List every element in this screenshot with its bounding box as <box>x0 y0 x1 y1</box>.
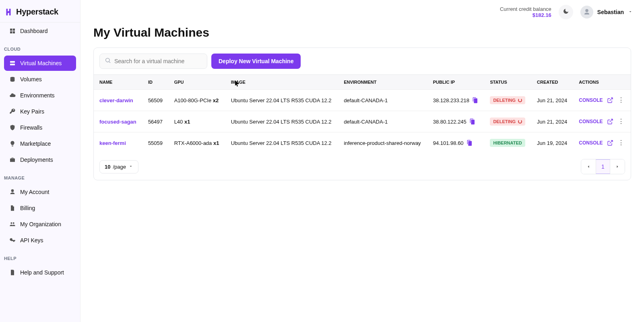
external-link-icon[interactable] <box>607 118 613 125</box>
column-header: ENVIRONMENT <box>338 75 427 90</box>
copy-ip-button[interactable] <box>472 97 478 103</box>
user-name: Sebastian <box>597 9 624 15</box>
brand-name: Hyperstack <box>16 7 58 17</box>
sidebar-nav: DashboardCLOUDVirtual MachinesVolumesEnv… <box>0 23 80 281</box>
sidebar-item-label: Dashboard <box>20 28 48 34</box>
sidebar-item-deployments[interactable]: Deployments <box>4 152 76 167</box>
svg-point-3 <box>106 58 109 62</box>
vm-public-ip: 94.101.98.60 <box>433 140 464 146</box>
sidebar-item-virtual-machines[interactable]: Virtual Machines <box>4 56 76 71</box>
briefcase-icon <box>9 156 16 163</box>
deploy-vm-button[interactable]: Deploy New Virtual Machine <box>211 54 301 69</box>
credit-balance: Current credit balance $182.16 <box>500 6 551 18</box>
bulb-icon <box>9 140 16 147</box>
table-row: clever-darwin 56509 A100-80G-PCIe x2 Ubu… <box>94 90 631 111</box>
vm-panel: Deploy New Virtual Machine NAMEIDGPUIMAG… <box>93 47 631 180</box>
page-next-button[interactable] <box>610 159 625 174</box>
sidebar-item-label: Volumes <box>20 76 42 83</box>
search-input[interactable] <box>111 54 202 68</box>
vm-name-link[interactable]: clever-darwin <box>99 97 133 103</box>
sidebar-item-my-organization[interactable]: My Organization <box>4 217 76 232</box>
vm-image: Ubuntu Server 22.04 LTS R535 CUDA 12.2 <box>225 111 338 132</box>
svg-rect-0 <box>10 61 15 63</box>
vm-created: Jun 21, 2024 <box>531 90 573 111</box>
content: My Virtual Machines Deploy New Virtual M… <box>80 24 644 193</box>
vm-name-link[interactable]: focused-sagan <box>99 119 136 125</box>
sidebar-item-label: Key Pairs <box>20 108 44 115</box>
sidebar-item-environments[interactable]: Environments <box>4 88 76 103</box>
main-area: Current credit balance $182.16 Sebastian… <box>80 0 644 322</box>
sidebar-item-label: Firewalls <box>20 124 42 131</box>
row-actions-menu[interactable]: ⋮ <box>617 118 625 125</box>
vm-id: 55059 <box>142 132 169 154</box>
column-header: STATUS <box>484 75 531 90</box>
page-prev-button[interactable] <box>581 159 596 174</box>
svg-rect-1 <box>10 64 15 65</box>
sidebar-item-my-account[interactable]: My Account <box>4 184 76 200</box>
copy-ip-button[interactable] <box>466 140 473 146</box>
row-actions-menu[interactable]: ⋮ <box>617 97 625 103</box>
credit-balance-label: Current credit balance <box>500 6 551 12</box>
avatar-icon <box>580 6 593 19</box>
sidebar-item-help-support[interactable]: Help and Support <box>4 265 76 280</box>
sidebar-item-dashboard[interactable]: Dashboard <box>4 23 76 39</box>
theme-toggle-button[interactable] <box>559 5 573 19</box>
vm-created: Jun 19, 2024 <box>531 132 573 154</box>
topbar: Current credit balance $182.16 Sebastian <box>80 0 644 24</box>
server-icon <box>9 60 16 67</box>
sidebar-item-key-pairs[interactable]: Key Pairs <box>4 104 76 119</box>
user-menu[interactable]: Sebastian <box>580 6 633 19</box>
sidebar-item-marketplace[interactable]: Marketplace <box>4 136 76 151</box>
file-icon <box>9 204 16 212</box>
page-size-select[interactable]: 10/page <box>99 160 138 173</box>
vm-environment: inference-product-shared-norway <box>338 132 427 154</box>
table-row: keen-fermi 55059 RTX-A6000-ada x1 Ubuntu… <box>94 132 631 154</box>
page-current[interactable]: 1 <box>596 159 610 174</box>
vm-gpu: RTX-A6000-ada x1 <box>169 132 225 154</box>
sidebar-item-api-keys[interactable]: API Keys <box>4 233 76 248</box>
cloud-icon <box>9 92 16 99</box>
column-header: PUBLIC IP <box>427 75 485 90</box>
brand-logo[interactable]: Hyperstack <box>0 0 80 23</box>
row-actions-menu[interactable]: ⋮ <box>617 140 625 146</box>
copy-ip-button[interactable] <box>469 118 475 125</box>
page-title: My Virtual Machines <box>93 26 631 39</box>
sidebar-item-label: My Account <box>20 189 49 195</box>
sidebar-section-label: MANAGE <box>0 168 80 184</box>
search-input-wrapper[interactable] <box>99 54 207 69</box>
vm-environment: default-CANADA-1 <box>338 111 427 132</box>
sidebar-item-label: Virtual Machines <box>20 60 62 66</box>
shield-icon <box>9 124 16 131</box>
console-button[interactable]: CONSOLE <box>579 97 603 103</box>
sidebar-item-volumes[interactable]: Volumes <box>4 72 76 87</box>
vm-created: Jun 21, 2024 <box>531 111 573 132</box>
pagination: 1 <box>581 159 625 174</box>
external-link-icon[interactable] <box>607 97 613 103</box>
console-button[interactable]: CONSOLE <box>579 119 603 124</box>
disk-icon <box>9 76 16 83</box>
sidebar-item-billing[interactable]: Billing <box>4 200 76 216</box>
column-header: IMAGE <box>225 75 338 90</box>
sidebar-item-label: Deployments <box>20 157 53 163</box>
vm-environment: default-CANADA-1 <box>338 90 427 111</box>
vm-name-link[interactable]: keen-fermi <box>99 140 126 146</box>
vm-image: Ubuntu Server 22.04 LTS R535 CUDA 12.2 <box>225 132 338 154</box>
page-size-value: 10 <box>105 164 110 170</box>
sidebar-section-label: HELP <box>0 249 80 264</box>
sidebar: Hyperstack DashboardCLOUDVirtual Machine… <box>0 0 80 322</box>
chevron-down-icon <box>628 9 633 15</box>
external-link-icon[interactable] <box>607 140 613 146</box>
table-row: focused-sagan 56497 L40 x1 Ubuntu Server… <box>94 111 631 132</box>
grid-icon <box>9 27 16 35</box>
vm-gpu: L40 x1 <box>169 111 225 132</box>
vm-table: NAMEIDGPUIMAGEENVIRONMENTPUBLIC IPSTATUS… <box>94 74 631 153</box>
sidebar-item-firewalls[interactable]: Firewalls <box>4 120 76 135</box>
chevron-down-icon <box>128 164 133 170</box>
column-header: NAME <box>94 75 142 90</box>
toolbar: Deploy New Virtual Machine <box>94 48 631 74</box>
sidebar-item-label: Environments <box>20 92 55 99</box>
status-badge: HIBERNATED <box>490 139 525 147</box>
console-button[interactable]: CONSOLE <box>579 140 603 146</box>
sidebar-item-label: API Keys <box>20 237 43 244</box>
vm-public-ip: 38.128.233.218 <box>433 97 469 103</box>
